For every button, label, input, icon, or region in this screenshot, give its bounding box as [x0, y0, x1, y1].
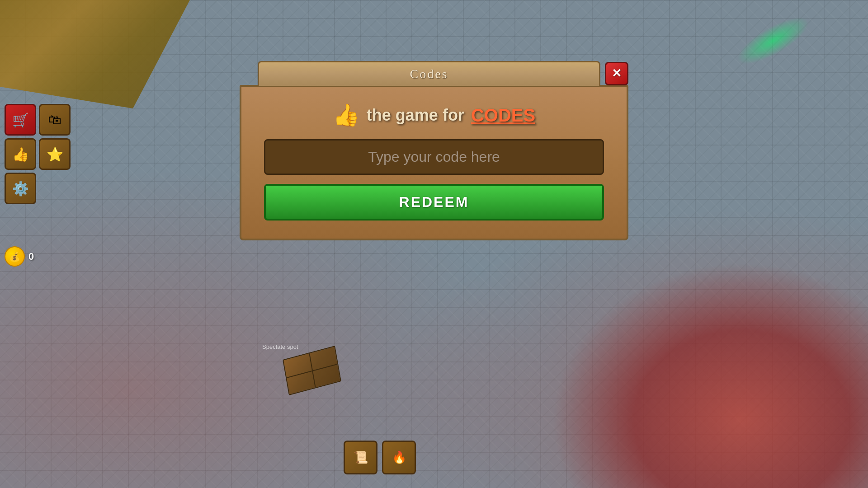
- dialog-titlebar: Codes ✕: [240, 61, 628, 86]
- sidebar-button-gear[interactable]: ⚙️: [5, 173, 36, 204]
- left-sidebar: 🛒 🛍 👍 ⭐ ⚙️: [5, 104, 71, 204]
- sidebar-row-bottom: ⚙️: [5, 173, 71, 204]
- dialog-body: 👍 the game for CODES REDEEM: [240, 85, 628, 240]
- dialog-title: Codes: [410, 67, 448, 81]
- coin-icon: 💰: [5, 246, 25, 267]
- codes-dialog: Codes ✕ 👍 the game for CODES REDEEM: [240, 61, 628, 240]
- sidebar-button-bag[interactable]: 🛍: [39, 104, 71, 136]
- currency-display: 💰 0: [5, 246, 34, 267]
- like-prefix-text: the game for: [367, 106, 464, 125]
- bottom-action-bar: 📜 🔥: [344, 441, 416, 474]
- codes-highlight-text: CODES: [471, 105, 535, 126]
- spectate-spot-label: Spectate spot: [262, 343, 298, 350]
- code-input-wrapper: [264, 139, 604, 175]
- sidebar-button-thumbs-up[interactable]: 👍: [5, 138, 36, 170]
- like-text-row: 👍 the game for CODES: [264, 103, 604, 128]
- coin-value: 0: [28, 251, 34, 263]
- bottom-button-fire[interactable]: 🔥: [382, 441, 416, 474]
- close-dialog-button[interactable]: ✕: [605, 62, 628, 85]
- redeem-button[interactable]: REDEEM: [264, 184, 604, 221]
- sidebar-button-star[interactable]: ⭐: [39, 138, 71, 170]
- code-input-field[interactable]: [274, 149, 594, 165]
- sidebar-row-middle: 👍 ⭐: [5, 138, 71, 170]
- dialog-title-background: Codes: [258, 61, 600, 86]
- bottom-button-scroll[interactable]: 📜: [344, 441, 377, 474]
- sidebar-button-basket[interactable]: 🛒: [5, 104, 36, 136]
- thumbs-up-emoji: 👍: [333, 103, 360, 128]
- sidebar-row-top: 🛒 🛍: [5, 104, 71, 136]
